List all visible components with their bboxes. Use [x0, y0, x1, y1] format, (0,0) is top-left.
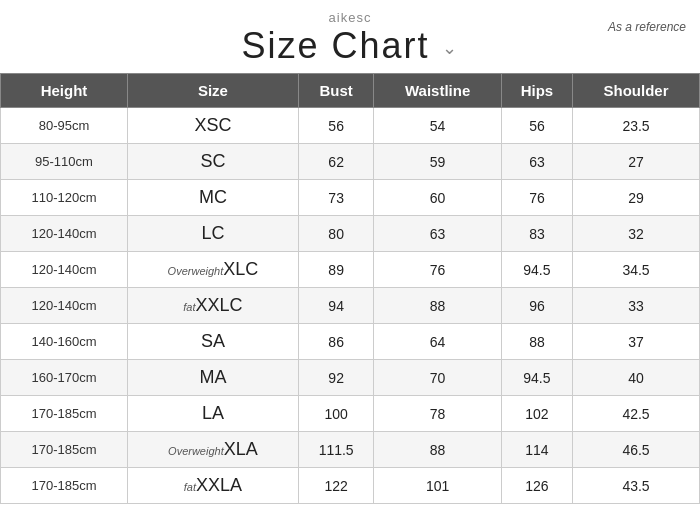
cell-size: MC [127, 180, 298, 216]
size-sub-label: fat [183, 301, 195, 313]
table-row: 95-110cmSC62596327 [1, 144, 700, 180]
cell-hips: 126 [501, 468, 572, 504]
table-row: 170-185cmfatXXLA12210112643.5 [1, 468, 700, 504]
table-row: 110-120cmMC73607629 [1, 180, 700, 216]
cell-waistline: 54 [374, 108, 501, 144]
col-bust: Bust [298, 74, 374, 108]
size-main-label: XLA [224, 439, 258, 459]
page-title: Size Chart ⌄ [241, 25, 458, 66]
cell-waistline: 88 [374, 288, 501, 324]
cell-bust: 92 [298, 360, 374, 396]
page: aikesc Size Chart ⌄ As a reference Heigh… [0, 0, 700, 514]
cell-shoulder: 23.5 [573, 108, 700, 144]
cell-hips: 83 [501, 216, 572, 252]
cell-shoulder: 34.5 [573, 252, 700, 288]
cell-hips: 96 [501, 288, 572, 324]
cell-hips: 76 [501, 180, 572, 216]
cell-size: MA [127, 360, 298, 396]
cell-hips: 102 [501, 396, 572, 432]
cell-hips: 94.5 [501, 252, 572, 288]
size-chart-table: Height Size Bust Waistline Hips Shoulder… [0, 73, 700, 504]
cell-bust: 111.5 [298, 432, 374, 468]
table-row: 120-140cmLC80638332 [1, 216, 700, 252]
cell-shoulder: 46.5 [573, 432, 700, 468]
cell-waistline: 78 [374, 396, 501, 432]
cell-waistline: 76 [374, 252, 501, 288]
cell-bust: 122 [298, 468, 374, 504]
header: aikesc Size Chart ⌄ As a reference [0, 0, 700, 73]
size-main-label: XXLA [196, 475, 242, 495]
table-row: 120-140cmfatXXLC94889633 [1, 288, 700, 324]
cell-shoulder: 42.5 [573, 396, 700, 432]
cell-height: 120-140cm [1, 288, 128, 324]
table-row: 140-160cmSA86648837 [1, 324, 700, 360]
cell-bust: 56 [298, 108, 374, 144]
cell-size: OverweightXLC [127, 252, 298, 288]
cell-height: 120-140cm [1, 252, 128, 288]
size-sub-label: Overweight [168, 265, 224, 277]
cell-bust: 94 [298, 288, 374, 324]
table-row: 120-140cmOverweightXLC897694.534.5 [1, 252, 700, 288]
size-sub-label: Overweight [168, 445, 224, 457]
table-header-row: Height Size Bust Waistline Hips Shoulder [1, 74, 700, 108]
cell-waistline: 70 [374, 360, 501, 396]
cell-height: 170-185cm [1, 396, 128, 432]
cell-shoulder: 29 [573, 180, 700, 216]
cell-hips: 114 [501, 432, 572, 468]
cell-height: 170-185cm [1, 432, 128, 468]
cell-size: fatXXLA [127, 468, 298, 504]
cell-hips: 63 [501, 144, 572, 180]
cell-height: 120-140cm [1, 216, 128, 252]
cell-bust: 80 [298, 216, 374, 252]
cell-size: LC [127, 216, 298, 252]
cell-bust: 100 [298, 396, 374, 432]
table-row: 170-185cmLA1007810242.5 [1, 396, 700, 432]
title-arrow: ⌄ [442, 38, 459, 58]
cell-hips: 88 [501, 324, 572, 360]
title-text: Size Chart [241, 25, 429, 66]
cell-size: XSC [127, 108, 298, 144]
col-hips: Hips [501, 74, 572, 108]
table-row: 160-170cmMA927094.540 [1, 360, 700, 396]
cell-shoulder: 27 [573, 144, 700, 180]
col-height: Height [1, 74, 128, 108]
cell-waistline: 88 [374, 432, 501, 468]
cell-bust: 73 [298, 180, 374, 216]
cell-waistline: 101 [374, 468, 501, 504]
cell-hips: 56 [501, 108, 572, 144]
cell-height: 140-160cm [1, 324, 128, 360]
size-main-label: XLC [223, 259, 258, 279]
cell-bust: 62 [298, 144, 374, 180]
reference-label: As a reference [608, 20, 686, 34]
table-row: 170-185cmOverweightXLA111.58811446.5 [1, 432, 700, 468]
table-row: 80-95cmXSC56545623.5 [1, 108, 700, 144]
cell-shoulder: 37 [573, 324, 700, 360]
size-main-label: XXLC [196, 295, 243, 315]
cell-shoulder: 43.5 [573, 468, 700, 504]
cell-waistline: 64 [374, 324, 501, 360]
col-waistline: Waistline [374, 74, 501, 108]
cell-shoulder: 32 [573, 216, 700, 252]
cell-size: OverweightXLA [127, 432, 298, 468]
cell-height: 170-185cm [1, 468, 128, 504]
cell-waistline: 60 [374, 180, 501, 216]
cell-shoulder: 33 [573, 288, 700, 324]
cell-size: SC [127, 144, 298, 180]
cell-size: LA [127, 396, 298, 432]
cell-height: 110-120cm [1, 180, 128, 216]
cell-hips: 94.5 [501, 360, 572, 396]
cell-size: fatXXLC [127, 288, 298, 324]
cell-height: 160-170cm [1, 360, 128, 396]
cell-height: 80-95cm [1, 108, 128, 144]
cell-shoulder: 40 [573, 360, 700, 396]
cell-waistline: 59 [374, 144, 501, 180]
col-size: Size [127, 74, 298, 108]
cell-height: 95-110cm [1, 144, 128, 180]
size-sub-label: fat [184, 481, 196, 493]
cell-bust: 86 [298, 324, 374, 360]
col-shoulder: Shoulder [573, 74, 700, 108]
cell-bust: 89 [298, 252, 374, 288]
cell-waistline: 63 [374, 216, 501, 252]
cell-size: SA [127, 324, 298, 360]
brand-label: aikesc [0, 10, 700, 25]
